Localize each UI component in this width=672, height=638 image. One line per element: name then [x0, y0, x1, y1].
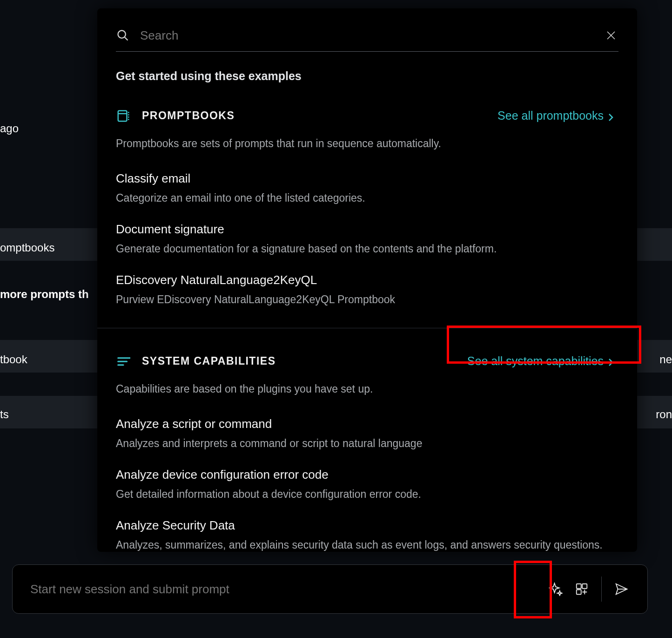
- capability-item[interactable]: Analyze device configuration error code …: [116, 455, 618, 505]
- bg-text: more prompts th: [0, 288, 89, 301]
- bg-text: ne: [659, 353, 672, 366]
- item-desc: Purview EDiscovery NaturalLanguage2KeyQL…: [116, 292, 618, 307]
- promptbooks-header: PROMPTBOOKS See all promptbooks: [116, 107, 618, 124]
- chevron-right-icon: [608, 356, 614, 366]
- action-divider: [601, 577, 602, 602]
- bg-text: omptbooks: [0, 241, 54, 254]
- search-bar: [116, 28, 618, 52]
- list-icon: [116, 353, 131, 368]
- bg-text: ts: [0, 408, 9, 421]
- promptbooks-title: PROMPTBOOKS: [142, 109, 235, 122]
- capability-item[interactable]: Analyze Security Data Analyzes, summariz…: [116, 505, 618, 552]
- item-desc: Generate documentation for a signature b…: [116, 241, 618, 256]
- capabilities-desc: Capabilities are based on the plugins yo…: [116, 383, 618, 395]
- capabilities-header: SYSTEM CAPABILITIES See all system capab…: [116, 353, 618, 370]
- promptbooks-desc: Promptbooks are sets of prompts that run…: [116, 137, 618, 150]
- apps-button[interactable]: [569, 576, 595, 602]
- item-title: EDiscovery NaturalLanguage2KeyQL: [116, 273, 618, 287]
- promptbook-item[interactable]: EDiscovery NaturalLanguage2KeyQL Purview…: [116, 260, 618, 311]
- item-desc: Get detailed information about a device …: [116, 487, 618, 502]
- search-icon: [116, 28, 130, 42]
- promptbooks-section: PROMPTBOOKS See all promptbooks Promptbo…: [97, 107, 637, 311]
- bg-text: ago: [0, 122, 19, 135]
- suggestion-panel: Get started using these examples PROMPTB…: [97, 8, 637, 552]
- item-title: Analyze a script or command: [116, 417, 618, 431]
- promptbook-icon: [116, 109, 131, 123]
- input-actions: [543, 576, 634, 602]
- svg-point-0: [118, 31, 126, 38]
- item-title: Analyze device configuration error code: [116, 468, 618, 482]
- svg-rect-12: [577, 590, 581, 594]
- item-desc: Categorize an email into one of the list…: [116, 190, 618, 205]
- item-title: Classify email: [116, 171, 618, 186]
- see-all-capabilities-link[interactable]: See all system capabilities: [463, 353, 618, 370]
- item-title: Document signature: [116, 222, 618, 237]
- capabilities-title: SYSTEM CAPABILITIES: [142, 355, 276, 367]
- svg-rect-11: [582, 584, 587, 589]
- bg-text: tbook: [0, 353, 27, 366]
- svg-line-1: [125, 37, 128, 40]
- item-desc: Analyzes and interprets a command or scr…: [116, 436, 618, 451]
- capabilities-section: SYSTEM CAPABILITIES See all system capab…: [97, 353, 637, 552]
- item-desc: Analyzes, summarizes, and explains secur…: [116, 537, 618, 552]
- section-divider: [97, 328, 637, 328]
- capability-item[interactable]: Analyze a script or command Analyzes and…: [116, 404, 618, 455]
- item-title: Analyze Security Data: [116, 518, 618, 533]
- svg-rect-4: [118, 110, 127, 121]
- prompt-input-bar: [12, 564, 648, 614]
- promptbook-item[interactable]: Classify email Categorize an email into …: [116, 158, 618, 209]
- promptbook-item[interactable]: Document signature Generate documentatio…: [116, 209, 618, 260]
- close-button[interactable]: [604, 28, 618, 43]
- sparkle-button[interactable]: [543, 576, 569, 602]
- prompt-input[interactable]: [30, 582, 543, 597]
- see-all-promptbooks-link[interactable]: See all promptbooks: [493, 107, 618, 124]
- chevron-right-icon: [608, 111, 614, 121]
- panel-subtitle: Get started using these examples: [116, 69, 618, 83]
- see-all-capabilities-label: See all system capabilities: [467, 354, 604, 368]
- see-all-promptbooks-label: See all promptbooks: [497, 109, 604, 122]
- svg-rect-10: [577, 584, 581, 589]
- search-input[interactable]: [140, 28, 604, 43]
- promptbooks-list: Classify email Categorize an email into …: [116, 158, 618, 311]
- capabilities-list: Analyze a script or command Analyzes and…: [116, 404, 618, 552]
- bg-text: ron: [656, 408, 672, 421]
- send-button[interactable]: [608, 576, 634, 602]
